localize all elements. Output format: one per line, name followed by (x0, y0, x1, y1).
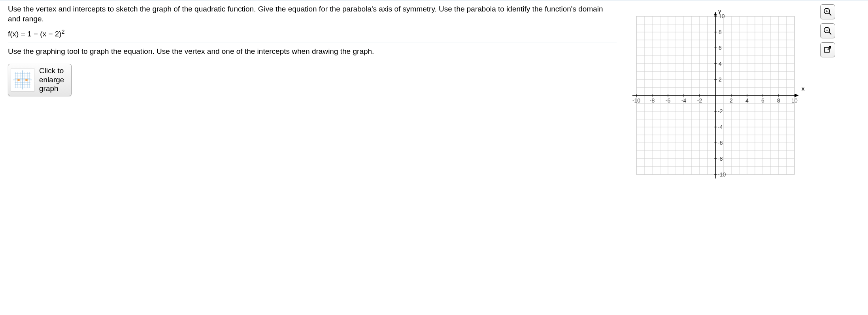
svg-text:-4: -4 (681, 97, 687, 104)
svg-text:-2: -2 (718, 108, 723, 114)
svg-text:-8: -8 (718, 156, 723, 162)
svg-text:-10: -10 (632, 97, 640, 104)
popout-button[interactable] (820, 42, 835, 57)
popout-icon (824, 46, 832, 54)
svg-text:10: 10 (791, 97, 798, 104)
equation-body: f(x) = 1 − (x − 2) (8, 30, 62, 38)
svg-text:2: 2 (730, 97, 733, 104)
svg-line-102 (829, 13, 831, 15)
svg-text:4: 4 (719, 61, 722, 67)
graph-instruction: Use the graphing tool to graph the equat… (8, 47, 617, 56)
question-equation: f(x) = 1 − (x − 2)2 (8, 28, 617, 38)
zoom-in-icon (823, 8, 832, 16)
enlarge-graph-button[interactable]: Click to enlarge graph (8, 64, 72, 96)
svg-text:8: 8 (777, 97, 780, 104)
zoom-out-button[interactable] (820, 23, 835, 38)
svg-marker-60 (714, 12, 717, 15)
svg-text:6: 6 (761, 97, 764, 104)
svg-text:-6: -6 (718, 140, 723, 146)
zoom-out-icon (823, 27, 832, 35)
svg-text:-10: -10 (718, 171, 726, 178)
zoom-in-button[interactable] (820, 4, 835, 19)
graph-thumbnail-icon (11, 68, 34, 92)
svg-point-15 (25, 79, 28, 81)
coordinate-graph[interactable]: x y -10-8-6-4-2246810 108642-2-4-6-8-10 (625, 4, 798, 178)
svg-text:-4: -4 (718, 124, 723, 130)
svg-text:2: 2 (719, 76, 722, 83)
svg-text:-2: -2 (697, 97, 702, 104)
svg-text:8: 8 (719, 29, 722, 35)
svg-text:-8: -8 (650, 97, 655, 104)
equation-exponent: 2 (62, 28, 65, 35)
svg-text:4: 4 (745, 97, 749, 104)
svg-line-106 (829, 32, 831, 34)
svg-point-14 (17, 79, 20, 81)
x-axis-label: x (802, 85, 805, 92)
svg-text:6: 6 (719, 45, 722, 51)
svg-rect-108 (825, 47, 829, 52)
enlarge-graph-label: Click to enlarge graph (39, 66, 64, 93)
svg-marker-58 (795, 94, 798, 97)
svg-text:-6: -6 (666, 97, 671, 104)
section-divider (8, 42, 617, 42)
question-intro: Use the vertex and intercepts to sketch … (8, 4, 617, 24)
svg-text:10: 10 (719, 13, 725, 19)
